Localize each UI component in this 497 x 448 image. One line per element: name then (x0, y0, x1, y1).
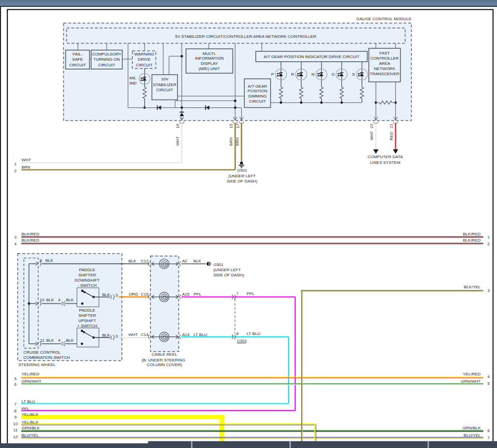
svg-text:FAST: FAST (379, 51, 390, 55)
svg-text:YEL/RED: YEL/RED (463, 372, 480, 376)
svg-text:ORG: ORG (129, 292, 138, 297)
svg-text:POSITION: POSITION (247, 89, 267, 93)
svg-text:C301: C301 (237, 339, 247, 343)
svg-text:22: 22 (369, 123, 374, 128)
svg-text:6: 6 (488, 428, 490, 433)
svg-text:UPSHIFT: UPSHIFT (78, 318, 96, 323)
svg-text:BLK: BLK (45, 258, 53, 263)
svg-text:BLK: BLK (129, 259, 137, 263)
svg-text:STEERING WHEEL: STEERING WHEEL (19, 362, 56, 367)
svg-text:1: 1 (488, 235, 490, 240)
svg-text:6: 6 (15, 382, 17, 387)
svg-text:C15: C15 (141, 292, 148, 297)
svg-text:(MID) UNIT: (MID) UNIT (199, 66, 220, 71)
svg-text:BLK: BLK (46, 298, 54, 302)
svg-text:BLU/YEL: BLU/YEL (22, 433, 39, 438)
svg-text:YEL/BLK: YEL/BLK (22, 412, 39, 417)
svg-text:BLK: BLK (194, 259, 202, 263)
svg-text:IND: IND (130, 81, 137, 86)
svg-text:DIMMING: DIMMING (248, 94, 267, 99)
svg-text:SAFE: SAFE (72, 57, 83, 62)
svg-text:PPL: PPL (22, 407, 30, 411)
svg-text:21: 21 (389, 123, 394, 128)
svg-text:8: 8 (39, 258, 42, 263)
svg-text:1: 1 (15, 162, 17, 166)
svg-text:GRN/BLK: GRN/BLK (22, 426, 40, 430)
svg-text:GRN/BLK: GRN/BLK (462, 426, 481, 430)
svg-text:5: 5 (488, 381, 490, 386)
svg-text:WARNING: WARNING (134, 52, 154, 57)
svg-text:A2: A2 (182, 259, 187, 263)
svg-text:SIDE OF DASH): SIDE OF DASH) (213, 273, 244, 277)
svg-text:G501: G501 (213, 262, 224, 267)
svg-text:TURNING-ON: TURNING-ON (93, 57, 120, 62)
svg-text:A/T GEAR: A/T GEAR (248, 84, 267, 89)
svg-text:BLK/RED: BLK/RED (22, 238, 39, 243)
svg-text:3: 3 (116, 334, 118, 339)
svg-text:CIRCUIT: CIRCUIT (98, 63, 115, 67)
svg-text:COMPULSORY: COMPULSORY (92, 52, 121, 57)
svg-text:12: 12 (13, 435, 18, 439)
svg-text:BRN: BRN (229, 137, 233, 146)
svg-text:3: 3 (116, 293, 118, 298)
svg-text:DRIVE: DRIVE (138, 57, 150, 62)
svg-text:17: 17 (236, 123, 240, 128)
svg-text:CABLE REEL: CABLE REEL (151, 352, 177, 357)
svg-text:+ SWITCH: + SWITCH (77, 324, 98, 328)
svg-text:WHT: WHT (129, 332, 138, 337)
svg-text:BLK/YEL: BLK/YEL (464, 285, 481, 289)
svg-text:10: 10 (13, 422, 18, 426)
svg-text:(UNDER LEFT: (UNDER LEFT (228, 174, 256, 178)
svg-text:4: 4 (488, 374, 490, 379)
svg-text:2: 2 (15, 169, 17, 173)
svg-text:BRN: BRN (236, 137, 240, 146)
svg-text:4: 4 (15, 242, 17, 246)
svg-text:10V: 10V (161, 77, 169, 81)
svg-text:2: 2 (488, 242, 490, 246)
svg-text:11: 11 (13, 428, 18, 432)
svg-text:C12: C12 (141, 259, 148, 263)
svg-text:5: 5 (15, 376, 17, 381)
svg-text:3: 3 (488, 288, 490, 293)
svg-text:SHIFTER: SHIFTER (78, 273, 96, 277)
svg-text:INFORMATION: INFORMATION (195, 56, 224, 61)
svg-text:4: 4 (58, 338, 61, 343)
svg-text:3: 3 (15, 235, 17, 240)
svg-text:BLK/RED: BLK/RED (22, 232, 39, 236)
svg-text:G501: G501 (237, 168, 247, 173)
svg-text:PPL: PPL (247, 291, 255, 296)
svg-text:GRN/WHT: GRN/WHT (461, 379, 480, 384)
svg-text:N: N (311, 72, 314, 77)
svg-text:YEL/BLK: YEL/BLK (22, 420, 39, 425)
svg-text:MULTI-: MULTI- (202, 51, 216, 56)
svg-text:BLK/RED: BLK/RED (463, 238, 480, 243)
svg-text:MIL: MIL (130, 76, 137, 80)
svg-text:A/T GEAR POSITION INDICATOR DR: A/T GEAR POSITION INDICATOR DRIVE CIRCUI… (264, 54, 360, 59)
svg-text:4: 4 (58, 298, 61, 302)
svg-text:YEL/RED: YEL/RED (22, 372, 39, 376)
svg-text:CRUISE CONTROL: CRUISE CONTROL (23, 350, 61, 355)
svg-text:7: 7 (488, 436, 490, 440)
svg-text:COMBINATION SWITCH: COMBINATION SWITCH (23, 355, 70, 360)
svg-text:BRN: BRN (22, 165, 31, 170)
svg-text:CONTROLLER: CONTROLLER (370, 56, 399, 61)
svg-text:GRN/WHT: GRN/WHT (22, 379, 42, 384)
svg-text:DOWNSHIFT: DOWNSHIFT (75, 278, 100, 283)
svg-text:CIRCUIT: CIRCUIT (69, 63, 86, 67)
svg-text:NETWORK: NETWORK (374, 66, 396, 71)
svg-text:BLK/RED: BLK/RED (463, 232, 480, 236)
svg-text:COMPUTER DATA: COMPUTER DATA (367, 155, 403, 159)
svg-text:8: 8 (15, 409, 17, 413)
svg-text:10: 10 (40, 298, 45, 302)
svg-text:- SWITCH: - SWITCH (78, 283, 97, 288)
svg-text:COLUMN COVER): COLUMN COVER) (147, 362, 182, 367)
svg-text:D: D (332, 72, 335, 77)
svg-text:LINES SYSTEM: LINES SYSTEM (370, 160, 401, 165)
svg-text:C14: C14 (141, 332, 148, 337)
svg-text:BLK: BLK (102, 333, 111, 338)
svg-text:CIRCUIT: CIRCUIT (249, 99, 266, 104)
svg-text:LT BLU: LT BLU (194, 332, 208, 337)
svg-text:STABILIZER: STABILIZER (153, 82, 176, 87)
svg-text:TRANSCEIVER: TRANSCEIVER (370, 72, 399, 76)
svg-text:CIRCUIT: CIRCUIT (136, 63, 153, 67)
